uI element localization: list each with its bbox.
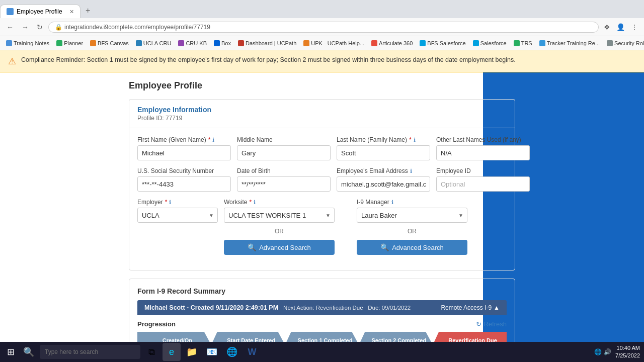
file-explorer-button[interactable]: 📁 (183, 343, 201, 361)
chrome-icon: 🌐 (226, 346, 237, 357)
email-info-icon[interactable]: ℹ (410, 168, 412, 174)
address-bar[interactable]: 🔒 integrationdev.i9complete.com/employee… (48, 22, 599, 33)
progression-header: Progression ↻ Refresh (137, 315, 507, 332)
other-last-name-group: Other Last Names Used (if any) (436, 136, 530, 160)
profile-button[interactable]: 👤 (614, 22, 627, 32)
bookmark-cru-kb[interactable]: CRU KB (176, 40, 209, 47)
middle-name-input[interactable] (237, 145, 331, 160)
last-name-input[interactable] (337, 145, 430, 160)
bookmark-label: Articulate 360 (379, 40, 413, 46)
bookmark-ucla-cru[interactable]: UCLA CRU (134, 40, 174, 47)
first-name-input[interactable] (137, 145, 231, 160)
bookmark-label: TRS (521, 40, 532, 46)
required-indicator: * (165, 199, 168, 206)
bookmark-label: Training Notes (14, 40, 49, 46)
sound-icon: 🔊 (604, 348, 611, 355)
task-view-button[interactable]: ⧉ (142, 343, 160, 361)
remote-access-button[interactable]: Remote Access I-9 ▲ (441, 304, 500, 311)
employer-info-icon[interactable]: ℹ (169, 199, 171, 206)
employee-info-card: Employee Information Profile ID: 77719 F… (129, 99, 515, 270)
extensions-button[interactable]: ❖ (602, 22, 612, 32)
edge-icon: e (169, 347, 174, 357)
menu-button[interactable]: ⋮ (629, 22, 640, 32)
bookmark-upk[interactable]: UPK - UCPath Help... (301, 40, 366, 47)
bookmark-label: Box (221, 40, 231, 46)
bookmark-trs[interactable]: TRS (512, 40, 534, 47)
ssn-input[interactable] (137, 176, 231, 192)
bookmark-training-notes[interactable]: Training Notes (4, 40, 51, 47)
next-action-text: Next Action: Reverification Due Due: 09/… (283, 305, 411, 311)
other-last-name-label: Other Last Names Used (if any) (436, 136, 530, 143)
tab-bar: Employee Profile ✕ + (0, 0, 644, 18)
employer-select-wrapper: UCLA ▼ (137, 208, 218, 223)
employer-select[interactable]: UCLA (137, 208, 218, 223)
employer-row: Employer * ℹ UCLA ▼ (137, 199, 507, 255)
edge-button[interactable]: e (163, 343, 181, 361)
i9-manager-select[interactable]: Laura Baker (357, 208, 467, 223)
other-last-name-input[interactable] (436, 145, 530, 160)
employee-id-group: Employee ID (436, 167, 530, 192)
bookmark-label: BFS Canvas (98, 40, 129, 46)
chrome-button[interactable]: 🌐 (223, 343, 241, 361)
profile-id: Profile ID: 77719 (137, 115, 507, 122)
tab-close-button[interactable]: ✕ (69, 9, 74, 15)
refresh-icon: ↻ (476, 320, 481, 328)
bookmark-articulate[interactable]: Articulate 360 (369, 40, 415, 47)
first-name-group: First Name (Given Name) * ℹ (137, 136, 231, 160)
bookmark-planner[interactable]: Planner (54, 40, 85, 47)
warning-icon: ⚠ (8, 56, 16, 67)
reload-button[interactable]: ↻ (34, 22, 45, 32)
word-button[interactable]: W (243, 343, 261, 361)
or-label-i9: OR (357, 228, 467, 235)
new-tab-button[interactable]: + (80, 3, 95, 18)
forward-button[interactable]: → (19, 22, 31, 32)
worksite-advanced-search-button[interactable]: 🔍 Advanced Search (224, 240, 335, 255)
bookmark-icon (371, 40, 377, 46)
refresh-button[interactable]: ↻ Refresh (476, 320, 507, 328)
last-name-info-icon[interactable]: ℹ (414, 137, 416, 143)
search-button[interactable]: 🔍 (20, 343, 38, 361)
employee-id-label: Employee ID (436, 167, 530, 174)
bookmark-security-role[interactable]: Security Role Infor... (605, 40, 644, 47)
bookmark-icon (6, 40, 12, 46)
bookmark-tracker[interactable]: Tracker Training Re... (537, 40, 602, 47)
back-button[interactable]: ← (4, 22, 16, 32)
i9-manager-select-wrapper: Laura Baker ▼ (357, 208, 467, 223)
network-icon: 🌐 (594, 348, 602, 355)
search-icon: 🔍 (380, 243, 389, 251)
progression-label: Progression (137, 320, 176, 328)
bookmarks-bar: Training Notes Planner BFS Canvas UCLA C… (0, 36, 644, 50)
email-input[interactable] (337, 176, 430, 192)
worksite-info-icon[interactable]: ℹ (254, 199, 256, 206)
bookmark-icon (473, 40, 479, 46)
dob-input[interactable] (237, 176, 331, 192)
bookmark-bfs-salesforce[interactable]: BFS Salesforce (418, 40, 467, 47)
bookmark-salesforce[interactable]: Salesforce (471, 40, 509, 47)
employee-info-header: Employee Information Profile ID: 77719 (129, 100, 515, 128)
bookmark-label: Dashboard | UCPath (246, 40, 296, 46)
record-title: Michael Scott - Created 9/11/2020 2:49:0… (144, 304, 278, 311)
bookmark-box[interactable]: Box (212, 40, 233, 47)
bookmark-icon (90, 40, 96, 46)
dob-label: Date of Birth (237, 167, 331, 174)
bookmark-label: Salesforce (480, 40, 507, 46)
bookmark-icon (178, 40, 184, 46)
taskbar-search-input[interactable] (40, 345, 140, 359)
tab-favicon (7, 8, 14, 15)
first-name-label: First Name (Given Name) * ℹ (137, 136, 231, 143)
first-name-info-icon[interactable]: ℹ (212, 137, 214, 143)
i9-manager-label: I-9 Manager ℹ (357, 199, 467, 206)
i9-manager-advanced-search-button[interactable]: 🔍 Advanced Search (357, 240, 467, 255)
employee-id-input[interactable] (436, 176, 530, 192)
app1-icon: 📧 (206, 346, 217, 357)
bookmark-dashboard-ucpath[interactable]: Dashboard | UCPath (236, 40, 298, 47)
active-tab[interactable]: Employee Profile ✕ (0, 5, 80, 18)
bookmark-icon (607, 40, 613, 46)
bookmark-bfs-canvas[interactable]: BFS Canvas (88, 40, 131, 47)
app1-button[interactable]: 📧 (203, 343, 221, 361)
i9-manager-info-icon[interactable]: ℹ (391, 199, 393, 206)
worksite-select[interactable]: UCLA TEST WORKSITE 1 (224, 208, 335, 223)
search-icon: 🔍 (23, 346, 34, 357)
start-button[interactable]: ⊞ (4, 344, 18, 359)
record-header-left: Michael Scott - Created 9/11/2020 2:49:0… (144, 304, 411, 311)
